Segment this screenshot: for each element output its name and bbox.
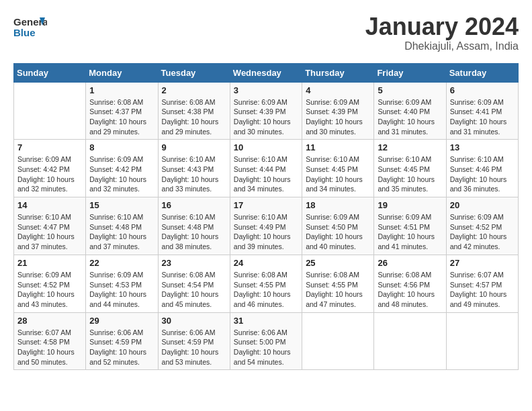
cell-info-text: Sunrise: 6:10 AMSunset: 4:45 PMDaylight:… bbox=[378, 154, 442, 194]
cell-info-text: Sunrise: 6:10 AMSunset: 4:43 PMDaylight:… bbox=[162, 154, 226, 194]
cell-date-number: 17 bbox=[234, 200, 298, 210]
calendar-week-row: 28Sunrise: 6:07 AMSunset: 4:58 PMDayligh… bbox=[14, 312, 519, 370]
calendar-week-row: 7Sunrise: 6:09 AMSunset: 4:42 PMDaylight… bbox=[14, 140, 519, 197]
weekday-header: Thursday bbox=[302, 63, 374, 82]
cell-info-text: Sunrise: 6:09 AMSunset: 4:41 PMDaylight:… bbox=[450, 97, 515, 137]
calendar-cell: 28Sunrise: 6:07 AMSunset: 4:58 PMDayligh… bbox=[14, 312, 86, 370]
calendar-week-row: 14Sunrise: 6:10 AMSunset: 4:47 PMDayligh… bbox=[14, 197, 519, 255]
weekday-header-row: SundayMondayTuesdayWednesdayThursdayFrid… bbox=[14, 63, 519, 82]
cell-date-number: 22 bbox=[89, 258, 154, 268]
page-header: General Blue January 2024 Dhekiajuli, As… bbox=[13, 13, 519, 52]
calendar-cell bbox=[14, 82, 86, 140]
calendar-cell bbox=[446, 312, 518, 370]
calendar-cell: 23Sunrise: 6:08 AMSunset: 4:54 PMDayligh… bbox=[158, 255, 230, 312]
cell-info-text: Sunrise: 6:08 AMSunset: 4:55 PMDaylight:… bbox=[306, 270, 370, 310]
cell-date-number: 12 bbox=[378, 142, 442, 152]
calendar-cell: 17Sunrise: 6:10 AMSunset: 4:49 PMDayligh… bbox=[230, 197, 302, 255]
calendar-table: SundayMondayTuesdayWednesdayThursdayFrid… bbox=[13, 63, 519, 371]
cell-date-number: 20 bbox=[450, 200, 515, 210]
calendar-cell: 5Sunrise: 6:09 AMSunset: 4:40 PMDaylight… bbox=[374, 82, 446, 140]
calendar-cell: 14Sunrise: 6:10 AMSunset: 4:47 PMDayligh… bbox=[14, 197, 86, 255]
logo-svg: General Blue bbox=[13, 13, 47, 40]
cell-date-number: 11 bbox=[306, 142, 370, 152]
calendar-cell: 15Sunrise: 6:10 AMSunset: 4:48 PMDayligh… bbox=[86, 197, 158, 255]
logo: General Blue bbox=[13, 13, 47, 40]
cell-date-number: 18 bbox=[306, 200, 370, 210]
cell-date-number: 5 bbox=[378, 85, 442, 95]
cell-date-number: 10 bbox=[234, 142, 298, 152]
svg-text:Blue: Blue bbox=[13, 27, 36, 38]
cell-date-number: 3 bbox=[234, 85, 298, 95]
weekday-header: Friday bbox=[374, 63, 446, 82]
cell-info-text: Sunrise: 6:10 AMSunset: 4:47 PMDaylight:… bbox=[17, 212, 82, 252]
location-subtitle: Dhekiajuli, Assam, India bbox=[365, 40, 519, 52]
cell-info-text: Sunrise: 6:06 AMSunset: 5:00 PMDaylight:… bbox=[234, 328, 298, 367]
calendar-cell: 16Sunrise: 6:10 AMSunset: 4:48 PMDayligh… bbox=[158, 197, 230, 255]
calendar-cell: 27Sunrise: 6:07 AMSunset: 4:57 PMDayligh… bbox=[446, 255, 518, 312]
calendar-cell: 25Sunrise: 6:08 AMSunset: 4:55 PMDayligh… bbox=[302, 255, 374, 312]
weekday-header: Saturday bbox=[446, 63, 518, 82]
calendar-cell: 11Sunrise: 6:10 AMSunset: 4:45 PMDayligh… bbox=[302, 140, 374, 197]
cell-date-number: 23 bbox=[162, 258, 226, 268]
calendar-cell: 2Sunrise: 6:08 AMSunset: 4:38 PMDaylight… bbox=[158, 82, 230, 140]
calendar-cell: 13Sunrise: 6:10 AMSunset: 4:46 PMDayligh… bbox=[446, 140, 518, 197]
cell-date-number: 9 bbox=[162, 142, 226, 152]
calendar-cell: 8Sunrise: 6:09 AMSunset: 4:42 PMDaylight… bbox=[86, 140, 158, 197]
cell-date-number: 7 bbox=[17, 142, 82, 152]
cell-info-text: Sunrise: 6:10 AMSunset: 4:48 PMDaylight:… bbox=[162, 212, 226, 252]
cell-info-text: Sunrise: 6:10 AMSunset: 4:45 PMDaylight:… bbox=[306, 154, 370, 194]
cell-info-text: Sunrise: 6:06 AMSunset: 4:59 PMDaylight:… bbox=[162, 328, 226, 367]
cell-date-number: 8 bbox=[89, 142, 154, 152]
calendar-cell: 9Sunrise: 6:10 AMSunset: 4:43 PMDaylight… bbox=[158, 140, 230, 197]
cell-date-number: 28 bbox=[17, 316, 82, 326]
cell-date-number: 21 bbox=[17, 258, 82, 268]
title-block: January 2024 Dhekiajuli, Assam, India bbox=[365, 13, 519, 52]
cell-info-text: Sunrise: 6:06 AMSunset: 4:59 PMDaylight:… bbox=[89, 328, 154, 367]
calendar-cell bbox=[374, 312, 446, 370]
weekday-header: Wednesday bbox=[230, 63, 302, 82]
weekday-header: Sunday bbox=[14, 63, 86, 82]
calendar-week-row: 1Sunrise: 6:08 AMSunset: 4:37 PMDaylight… bbox=[14, 82, 519, 140]
calendar-cell: 10Sunrise: 6:10 AMSunset: 4:44 PMDayligh… bbox=[230, 140, 302, 197]
cell-info-text: Sunrise: 6:08 AMSunset: 4:38 PMDaylight:… bbox=[162, 97, 226, 137]
cell-date-number: 6 bbox=[450, 85, 515, 95]
weekday-header: Monday bbox=[86, 63, 158, 82]
cell-info-text: Sunrise: 6:10 AMSunset: 4:46 PMDaylight:… bbox=[450, 154, 515, 194]
calendar-cell: 20Sunrise: 6:09 AMSunset: 4:52 PMDayligh… bbox=[446, 197, 518, 255]
calendar-week-row: 21Sunrise: 6:09 AMSunset: 4:52 PMDayligh… bbox=[14, 255, 519, 312]
calendar-cell: 4Sunrise: 6:09 AMSunset: 4:39 PMDaylight… bbox=[302, 82, 374, 140]
cell-date-number: 16 bbox=[162, 200, 226, 210]
cell-info-text: Sunrise: 6:09 AMSunset: 4:40 PMDaylight:… bbox=[378, 97, 442, 137]
cell-info-text: Sunrise: 6:07 AMSunset: 4:58 PMDaylight:… bbox=[17, 328, 82, 367]
calendar-cell: 3Sunrise: 6:09 AMSunset: 4:39 PMDaylight… bbox=[230, 82, 302, 140]
cell-date-number: 13 bbox=[450, 142, 515, 152]
cell-info-text: Sunrise: 6:08 AMSunset: 4:37 PMDaylight:… bbox=[89, 97, 154, 137]
cell-date-number: 31 bbox=[234, 316, 298, 326]
cell-info-text: Sunrise: 6:09 AMSunset: 4:51 PMDaylight:… bbox=[378, 212, 442, 252]
cell-info-text: Sunrise: 6:09 AMSunset: 4:53 PMDaylight:… bbox=[89, 270, 154, 310]
calendar-cell: 24Sunrise: 6:08 AMSunset: 4:55 PMDayligh… bbox=[230, 255, 302, 312]
calendar-cell: 12Sunrise: 6:10 AMSunset: 4:45 PMDayligh… bbox=[374, 140, 446, 197]
calendar-cell: 31Sunrise: 6:06 AMSunset: 5:00 PMDayligh… bbox=[230, 312, 302, 370]
cell-date-number: 24 bbox=[234, 258, 298, 268]
weekday-header: Tuesday bbox=[158, 63, 230, 82]
cell-date-number: 25 bbox=[306, 258, 370, 268]
cell-info-text: Sunrise: 6:09 AMSunset: 4:50 PMDaylight:… bbox=[306, 212, 370, 252]
cell-info-text: Sunrise: 6:10 AMSunset: 4:48 PMDaylight:… bbox=[89, 212, 154, 252]
cell-date-number: 4 bbox=[306, 85, 370, 95]
cell-date-number: 1 bbox=[89, 85, 154, 95]
cell-date-number: 29 bbox=[89, 316, 154, 326]
cell-info-text: Sunrise: 6:07 AMSunset: 4:57 PMDaylight:… bbox=[450, 270, 515, 310]
calendar-cell: 22Sunrise: 6:09 AMSunset: 4:53 PMDayligh… bbox=[86, 255, 158, 312]
calendar-cell: 30Sunrise: 6:06 AMSunset: 4:59 PMDayligh… bbox=[158, 312, 230, 370]
calendar-cell: 19Sunrise: 6:09 AMSunset: 4:51 PMDayligh… bbox=[374, 197, 446, 255]
cell-info-text: Sunrise: 6:09 AMSunset: 4:52 PMDaylight:… bbox=[450, 212, 515, 252]
cell-info-text: Sunrise: 6:09 AMSunset: 4:52 PMDaylight:… bbox=[17, 270, 82, 310]
cell-date-number: 15 bbox=[89, 200, 154, 210]
calendar-cell: 6Sunrise: 6:09 AMSunset: 4:41 PMDaylight… bbox=[446, 82, 518, 140]
calendar-cell: 1Sunrise: 6:08 AMSunset: 4:37 PMDaylight… bbox=[86, 82, 158, 140]
cell-date-number: 2 bbox=[162, 85, 226, 95]
calendar-cell bbox=[302, 312, 374, 370]
cell-date-number: 30 bbox=[162, 316, 226, 326]
calendar-cell: 7Sunrise: 6:09 AMSunset: 4:42 PMDaylight… bbox=[14, 140, 86, 197]
